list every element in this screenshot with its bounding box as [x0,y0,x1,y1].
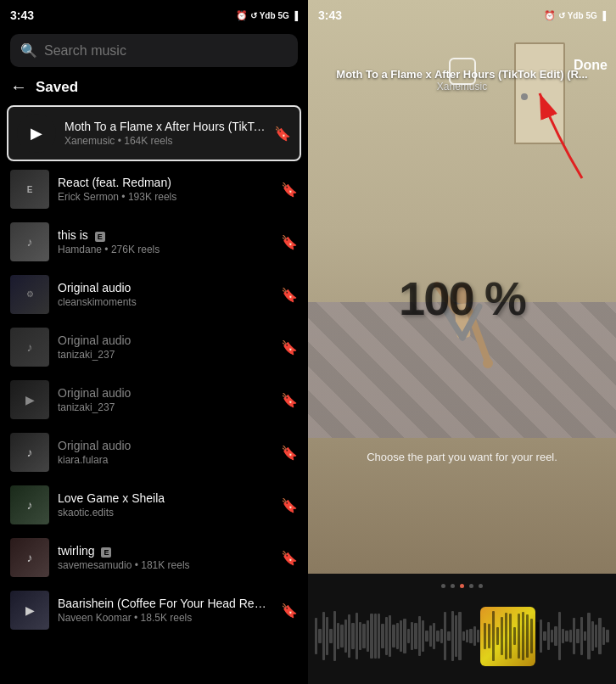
track-info: Original audio cleanskimoments [58,281,272,308]
right-status-time: 3:43 [318,8,342,22]
track-subtitle: tanizaki_237 [58,349,272,361]
video-area: 100 % Moth To a Flame x After Hours (Tik… [308,0,616,574]
network-icon: 5G [278,11,289,20]
search-bar[interactable]: 🔍 [10,34,298,67]
track-thumbnail: ♪ [10,433,49,472]
list-item[interactable]: ♪ Love Game x Sheila skaotic.edits 🔖 [0,479,308,531]
list-item[interactable]: E React (feat. Redman) Erick Sermon • 19… [0,163,308,216]
dot-1 [441,584,445,588]
track-title: Baarishein (Coffee For Your Head Remix) … [58,597,272,610]
track-subtitle: Xanemusic • 164K reels [64,135,266,147]
saved-header: ← Saved [0,74,308,104]
track-info: Baarishein (Coffee For Your Head Remix) … [58,597,272,624]
choose-part-text: Choose the part you want for your reel. [308,451,616,463]
timeline-area [308,574,616,684]
track-title: Original audio [58,386,272,400]
track-subtitle: tanizaki_237 [58,401,272,413]
bookmark-icon[interactable]: 🔖 [281,445,298,461]
list-item[interactable]: ♪ twirling E savemesamudio • 181K reels … [0,531,308,584]
right-status-bar: 3:43 ⏰ ↺ Ydb 5G ▐ [308,0,616,31]
right-status-icons: ⏰ ↺ Ydb 5G ▐ [544,10,606,21]
list-item[interactable]: ▶ Baarishein (Coffee For Your Head Remix… [0,584,308,636]
battery-icon-r: ▐ [600,11,606,20]
rotate-icon: ↺ [250,11,257,20]
track-info: Moth To a Flame x After Hours (TikTok Ed… [64,120,266,147]
track-thumbnail: ♪ [10,485,49,524]
door-handle [521,93,528,100]
network-icon-r: 5G [586,11,597,20]
track-title: Love Game x Sheila [58,491,272,505]
selector-square-icon[interactable] [449,58,476,85]
track-thumbnail: ♪ [10,538,49,577]
left-status-icons: ⏰ ↺ Ydb 5G ▐ [236,10,298,21]
dot-5 [479,584,483,588]
track-thumbnail: ♪ [10,222,49,261]
list-item[interactable]: ♪ Original audio kiara.fulara 🔖 [0,426,308,479]
bookmark-icon[interactable]: 🔖 [281,550,298,566]
track-title: twirling E [58,544,272,558]
bookmark-icon[interactable]: 🔖 [281,234,298,250]
track-subtitle: Naveen Koomar • 18.5K reels [58,612,272,624]
track-info: React (feat. Redman) Erick Sermon • 193K… [58,176,272,203]
track-thumbnail: ▶ [10,591,49,630]
track-subtitle: Erick Sermon • 193K reels [58,191,272,203]
music-list: ▶ Moth To a Flame x After Hours (TikTok … [0,104,308,684]
svg-point-4 [483,358,493,368]
bookmark-icon[interactable]: 🔖 [281,339,298,356]
signal-icon-r: Ydb [568,11,584,20]
track-title: Original audio [58,439,272,452]
track-info: Original audio tanizaki_237 [58,334,272,361]
bookmark-icon[interactable]: 🔖 [281,603,298,619]
waveform-selection[interactable] [480,607,535,666]
progress-dots [315,582,609,590]
track-thumbnail: E [10,170,49,209]
bookmark-icon[interactable]: 🔖 [274,126,291,142]
list-item[interactable]: ▶ Original audio tanizaki_237 🔖 [0,373,308,426]
percentage-display: 100 % [399,271,525,326]
track-title: React (feat. Redman) [58,176,272,189]
play-icon: ▶ [31,124,42,143]
list-item[interactable]: ♪ Original audio tanizaki_237 🔖 [0,321,308,373]
left-status-time: 3:43 [10,8,34,22]
signal-icon: Ydb [260,11,276,20]
track-subtitle: savemesamudio • 181K reels [58,559,272,571]
track-title: Original audio [58,281,272,294]
search-input[interactable] [44,43,288,59]
dot-4 [469,584,473,588]
right-panel: 3:43 ⏰ ↺ Ydb 5G ▐ Done [308,0,616,684]
track-info: twirling E savemesamudio • 181K reels [58,544,272,571]
left-status-bar: 3:43 ⏰ ↺ Ydb 5G ▐ [0,0,308,31]
track-thumbnail: ▶ [10,380,49,419]
track-title: this is E [58,228,272,242]
rotate-icon-r: ↺ [558,11,565,20]
track-subtitle: Hamdane • 276K reels [58,244,272,255]
waveform-container[interactable] [315,597,609,676]
bookmark-icon[interactable]: 🔖 [281,392,298,408]
battery-icon: ▐ [292,11,298,20]
back-arrow-icon[interactable]: ← [10,77,27,97]
list-item[interactable]: ♪ this is E Hamdane • 276K reels 🔖 [0,216,308,268]
door-element [514,42,565,144]
list-item[interactable]: ▶ Moth To a Flame x After Hours (TikTok … [7,105,301,161]
search-icon: 🔍 [20,42,37,59]
dot-3 [460,584,464,588]
explicit-badge: E [101,547,111,558]
track-title: Moth To a Flame x After Hours (TikTok Ed… [64,120,266,133]
track-subtitle: skaotic.edits [58,507,272,519]
track-title: Original audio [58,334,272,347]
bookmark-icon[interactable]: 🔖 [281,497,298,513]
saved-title: Saved [36,79,78,96]
done-button[interactable]: Done [574,58,608,73]
alarm-icon: ⏰ [236,10,248,21]
bookmark-icon[interactable]: 🔖 [281,287,298,303]
list-item[interactable]: ⚙ Original audio cleanskimoments 🔖 [0,268,308,321]
bookmark-icon[interactable]: 🔖 [281,182,298,198]
track-subtitle: cleanskimoments [58,296,272,308]
track-info: this is E Hamdane • 276K reels [58,228,272,255]
alarm-icon-r: ⏰ [544,10,556,21]
track-thumbnail: ▶ [17,114,56,153]
track-thumbnail: ⚙ [10,275,49,314]
track-info: Original audio tanizaki_237 [58,386,272,413]
explicit-badge: E [95,232,105,242]
track-info: Love Game x Sheila skaotic.edits [58,491,272,519]
